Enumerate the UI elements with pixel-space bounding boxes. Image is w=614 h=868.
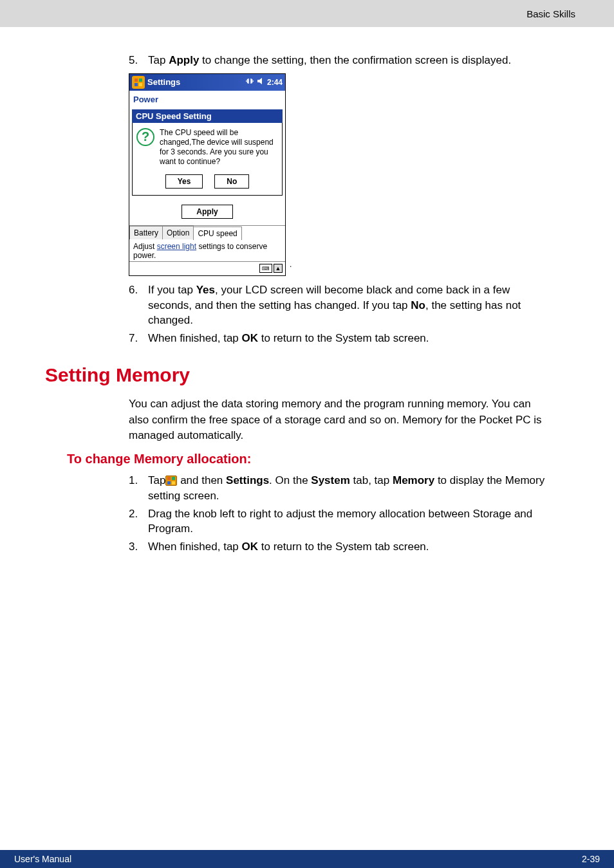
list-item: 5.Tap Apply to change the setting, then … <box>129 53 550 68</box>
list-text: When finished, tap OK to return to the S… <box>148 539 550 555</box>
titlebar-title: Settings <box>147 77 180 87</box>
hint-pre: Adjust <box>133 242 157 251</box>
svg-rect-1 <box>139 78 142 82</box>
page-footer: User's Manual 2-39 <box>0 850 614 868</box>
tab-option[interactable]: Option <box>162 226 194 239</box>
start-icon[interactable] <box>165 476 177 486</box>
yes-button[interactable]: Yes <box>165 174 203 189</box>
heading-setting-memory: Setting Memory <box>45 364 569 386</box>
tab-bar: BatteryOptionCPU speed <box>129 225 285 239</box>
bold-text: Settings <box>226 474 269 486</box>
connectivity-icon[interactable] <box>245 77 254 87</box>
page-header: Basic Skills <box>0 0 614 27</box>
list-number: 2. <box>129 506 148 537</box>
device-bottombar: ⌨ ▲ <box>129 261 285 275</box>
bold-text: OK <box>242 332 259 344</box>
list-item: 6.If you tap Yes, your LCD screen will b… <box>129 282 550 328</box>
no-button[interactable]: No <box>214 174 249 189</box>
step-list-mid: 6.If you tap Yes, your LCD screen will b… <box>129 282 550 346</box>
stray-dot: . <box>290 260 292 269</box>
bold-text: System <box>311 474 349 486</box>
status-icons: 2:44 <box>245 77 283 87</box>
section-label: Power <box>129 91 285 109</box>
bold-text: Apply <box>169 54 199 66</box>
step-list-bottom: 1.Tap and then Settings. On the System t… <box>129 473 550 555</box>
bold-text: Yes <box>196 284 215 296</box>
dialog-message: The CPU speed will be changed,The device… <box>160 128 278 167</box>
list-number: 7. <box>129 331 148 346</box>
screen-light-link[interactable]: screen light <box>157 242 196 251</box>
list-item: 2.Drag the knob left to right to adjust … <box>129 506 550 537</box>
list-text: Drag the knob left to right to adjust th… <box>148 506 550 537</box>
tab-battery[interactable]: Battery <box>129 226 163 239</box>
list-text: Tap and then Settings. On the System tab… <box>148 473 550 504</box>
device-screenshot: Settings 2:44 Power CPU Speed Setting ? … <box>129 73 286 276</box>
list-text: When finished, tap OK to return to the S… <box>148 331 550 346</box>
svg-rect-4 <box>167 477 171 480</box>
svg-rect-3 <box>139 83 142 86</box>
list-text: If you tap Yes, your LCD screen will bec… <box>148 282 550 328</box>
svg-rect-5 <box>172 477 175 480</box>
bold-text: OK <box>242 540 259 553</box>
speaker-icon[interactable] <box>257 77 265 87</box>
clock-time[interactable]: 2:44 <box>267 78 283 87</box>
list-number: 5. <box>129 53 148 68</box>
question-icon: ? <box>136 128 154 146</box>
page-content: 5.Tap Apply to change the setting, then … <box>0 27 614 555</box>
hint-text: Adjust screen light settings to conserve… <box>129 239 285 261</box>
footer-right: 2-39 <box>582 854 600 864</box>
intro-paragraph: You can adjust the data storing memory a… <box>129 396 550 444</box>
list-number: 3. <box>129 539 148 555</box>
list-item: 7.When finished, tap OK to return to the… <box>129 331 550 346</box>
svg-rect-0 <box>135 78 138 82</box>
up-arrow-icon[interactable]: ▲ <box>274 264 283 273</box>
breadcrumb: Basic Skills <box>526 8 575 19</box>
step-list-top: 5.Tap Apply to change the setting, then … <box>129 53 550 68</box>
dialog-body: ? The CPU speed will be changed,The devi… <box>132 123 283 196</box>
apply-button[interactable]: Apply <box>181 205 232 219</box>
heading-change-allocation: To change Memory allocation: <box>67 452 569 466</box>
device-titlebar: Settings 2:44 <box>129 74 285 91</box>
list-text: Tap Apply to change the setting, then th… <box>148 53 550 68</box>
svg-rect-7 <box>172 481 175 485</box>
list-number: 6. <box>129 282 148 328</box>
start-icon[interactable] <box>132 76 145 89</box>
keyboard-icon[interactable]: ⌨ <box>259 264 272 273</box>
list-item: 1.Tap and then Settings. On the System t… <box>129 473 550 504</box>
svg-rect-2 <box>135 83 138 86</box>
svg-rect-6 <box>167 481 171 485</box>
list-number: 1. <box>129 473 148 504</box>
bold-text: No <box>411 299 425 311</box>
list-item: 3.When finished, tap OK to return to the… <box>129 539 550 555</box>
tab-cpu-speed[interactable]: CPU speed <box>193 226 241 240</box>
dialog-title: CPU Speed Setting <box>132 109 283 123</box>
footer-left: User's Manual <box>14 854 71 864</box>
bold-text: Memory <box>393 474 434 486</box>
